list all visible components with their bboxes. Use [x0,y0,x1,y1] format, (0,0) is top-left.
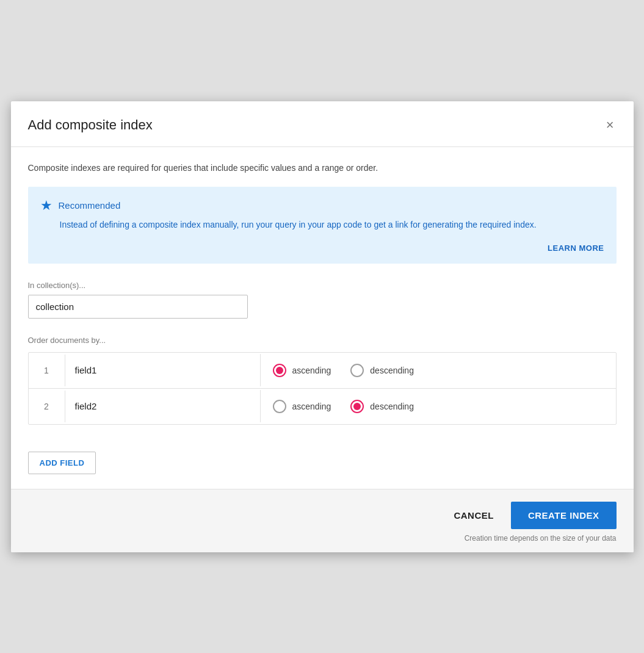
field-number-1: 1 [29,355,65,386]
add-field-button[interactable]: ADD FIELD [28,452,96,474]
ascending-radio-1[interactable] [273,364,286,377]
descending-option-2[interactable]: descending [350,400,414,413]
close-button[interactable]: × [604,116,617,134]
field-name-2: field2 [65,390,261,422]
learn-more-row: LEARN MORE [40,241,604,255]
descending-label-2: descending [370,402,414,411]
field-options-2: ascending descending [261,389,616,424]
create-index-button[interactable]: CREATE INDEX [511,502,617,529]
learn-more-button[interactable]: LEARN MORE [548,241,604,255]
field-number-2: 2 [29,391,65,422]
recommendation-box: ★ Recommended Instead of defining a comp… [28,187,617,264]
recommendation-text: Instead of defining a composite index ma… [60,218,604,231]
fields-table: 1 field1 ascending descending [28,352,617,425]
ascending-radio-2[interactable] [273,400,286,413]
ascending-label-1: ascending [292,366,331,375]
cancel-button[interactable]: CANCEL [439,502,508,529]
footer-note: Creation time depends on the size of you… [465,534,617,543]
ascending-option-2[interactable]: ascending [273,400,331,413]
descending-label-1: descending [370,366,414,375]
dialog-title: Add composite index [28,117,153,133]
descending-radio-1[interactable] [350,364,364,377]
field-options-1: ascending descending [261,353,616,388]
table-row: 2 field2 ascending descending [29,389,616,424]
star-icon: ★ [40,198,52,214]
descending-option-1[interactable]: descending [350,364,414,377]
footer-buttons: CANCEL CREATE INDEX [439,502,616,529]
dialog-header: Add composite index × [11,101,634,147]
ascending-option-1[interactable]: ascending [273,364,331,377]
collection-label: In collection(s)... [28,281,617,290]
descending-radio-2[interactable] [350,400,364,413]
add-composite-index-dialog: Add composite index × Composite indexes … [11,101,634,552]
recommendation-title: Recommended [59,200,121,211]
order-label: Order documents by... [28,336,617,345]
collection-input[interactable] [28,295,248,319]
description-text: Composite indexes are required for queri… [28,162,617,175]
ascending-label-2: ascending [292,402,331,411]
dialog-body: Composite indexes are required for queri… [11,147,634,489]
recommendation-header: ★ Recommended [40,198,604,214]
table-row: 1 field1 ascending descending [29,353,616,389]
order-section: Order documents by... 1 field1 ascending [28,336,617,425]
dialog-footer: CANCEL CREATE INDEX Creation time depend… [11,489,634,552]
field-name-1: field1 [65,354,261,386]
